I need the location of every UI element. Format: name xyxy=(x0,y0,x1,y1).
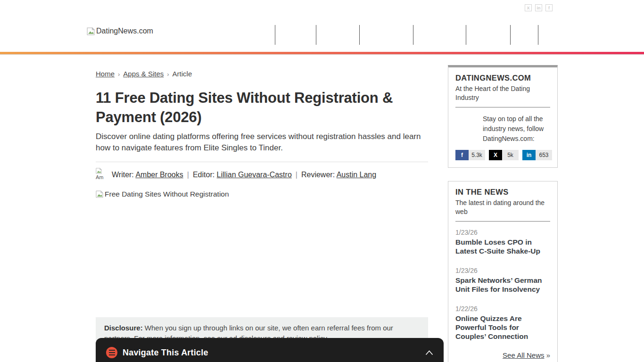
follow-text: Stay on top of all the industry news, fo… xyxy=(483,114,550,144)
author-avatar: Am xyxy=(96,168,108,182)
see-all-news: See All News » xyxy=(455,351,550,359)
follow-social-buttons: f 5.3k X 5k in 653 xyxy=(455,150,550,160)
reviewer-link[interactable]: Austin Lang xyxy=(337,171,377,179)
nav-divider xyxy=(359,25,360,45)
about-tagline: At the Heart of the Dating Industry xyxy=(455,84,550,102)
nav-divider xyxy=(466,25,466,45)
navigate-bar-label: Navigate This Article xyxy=(123,348,208,358)
breadcrumb-separator: › xyxy=(167,71,169,78)
article-subtitle: Discover online dating platforms offerin… xyxy=(96,131,423,154)
reviewer-label: Reviewer: xyxy=(301,171,335,179)
site-logo-text: DatingNews.com xyxy=(96,27,153,35)
x-follow-button[interactable]: X 5k xyxy=(489,150,519,160)
list-icon xyxy=(106,347,117,358)
breadcrumb-home[interactable]: Home xyxy=(96,70,115,78)
nav-divider xyxy=(538,25,538,45)
site-header: X in f DatingNews.com xyxy=(0,0,644,52)
nav-divider xyxy=(510,25,511,45)
sidebar: DATINGNEWS.COM At the Heart of the Datin… xyxy=(448,65,558,362)
news-headline-link[interactable]: Bumble Loses CPO in Latest C-Suite Shake… xyxy=(455,238,550,255)
x-count: 5k xyxy=(502,150,519,160)
author-avatar-alt: Am xyxy=(96,174,104,180)
facebook-icon[interactable]: f xyxy=(545,4,553,11)
chevron-up-icon[interactable] xyxy=(425,350,433,355)
linkedin-icon[interactable]: in xyxy=(535,4,542,11)
byline-separator: | xyxy=(187,171,189,179)
site-logo[interactable]: DatingNews.com xyxy=(87,27,153,35)
writer-link[interactable]: Amber Brooks xyxy=(135,171,183,179)
news-date: 1/23/26 xyxy=(455,267,550,274)
header-social-icons: X in f xyxy=(525,4,553,11)
nav-divider xyxy=(316,25,316,45)
news-headline-link[interactable]: Spark Networks’ German Unit Files for In… xyxy=(455,276,550,294)
facebook-follow-button[interactable]: f 5.3k xyxy=(455,150,485,160)
news-date: 1/23/26 xyxy=(455,229,550,236)
editor-link[interactable]: Lillian Guevara-Castro xyxy=(217,171,292,179)
broken-image-icon xyxy=(96,190,103,198)
breadcrumb: Home›Apps & Sites›Article xyxy=(96,70,428,78)
nav-divider xyxy=(275,25,275,45)
breadcrumb-current: Article xyxy=(173,70,192,78)
divider xyxy=(455,221,550,222)
in-the-news-widget: IN THE NEWS The latest in dating around … xyxy=(448,181,558,362)
article-column: Home›Apps & Sites›Article 11 Free Dating… xyxy=(96,70,428,349)
page-title: 11 Free Dating Sites Without Registratio… xyxy=(96,88,426,127)
linkedin-follow-button[interactable]: in 653 xyxy=(522,150,552,160)
hero-image-alt: Free Dating Sites Without Registration xyxy=(105,190,229,198)
news-headline-link[interactable]: Online Quizzes Are Powerful Tools for Co… xyxy=(455,314,550,341)
news-item: 1/23/26 Bumble Loses CPO in Latest C-Sui… xyxy=(455,229,550,255)
about-heading: DATINGNEWS.COM xyxy=(455,74,550,82)
divider xyxy=(455,107,550,107)
about-widget: DATINGNEWS.COM At the Heart of the Datin… xyxy=(448,65,558,168)
see-all-news-link[interactable]: See All News xyxy=(503,351,544,359)
navigate-bar[interactable]: Navigate This Article xyxy=(96,338,444,362)
linkedin-icon: in xyxy=(522,150,536,160)
facebook-icon: f xyxy=(455,150,469,160)
news-item: 1/23/26 Spark Networks’ German Unit File… xyxy=(455,267,550,294)
in-the-news-heading: IN THE NEWS xyxy=(455,188,550,197)
news-date: 1/22/26 xyxy=(455,305,550,313)
news-item: 1/22/26 Online Quizzes Are Powerful Tool… xyxy=(455,305,550,341)
byline: Am Writer: Amber Brooks|Editor: Lillian … xyxy=(96,168,428,182)
writer-label: Writer: xyxy=(112,171,134,179)
editor-label: Editor: xyxy=(193,171,215,179)
byline-separator: | xyxy=(296,171,297,179)
divider xyxy=(96,162,428,162)
disclosure-label: Disclosure: xyxy=(104,324,143,332)
hero-image: Free Dating Sites Without Registration xyxy=(96,190,428,198)
facebook-count: 5.3k xyxy=(469,150,485,160)
broken-image-icon xyxy=(96,168,102,174)
byline-text: Writer: Amber Brooks|Editor: Lillian Gue… xyxy=(112,171,376,179)
header-accent-bar xyxy=(0,52,644,54)
x-icon: X xyxy=(489,150,502,160)
see-all-arrow: » xyxy=(546,351,550,359)
broken-image-icon xyxy=(87,27,95,35)
linkedin-count: 653 xyxy=(536,150,552,160)
nav-divider xyxy=(413,25,413,45)
breadcrumb-apps-sites[interactable]: Apps & Sites xyxy=(123,70,164,78)
in-the-news-tagline: The latest in dating around the web xyxy=(455,198,550,216)
breadcrumb-separator: › xyxy=(118,71,120,78)
x-icon[interactable]: X xyxy=(525,4,532,11)
